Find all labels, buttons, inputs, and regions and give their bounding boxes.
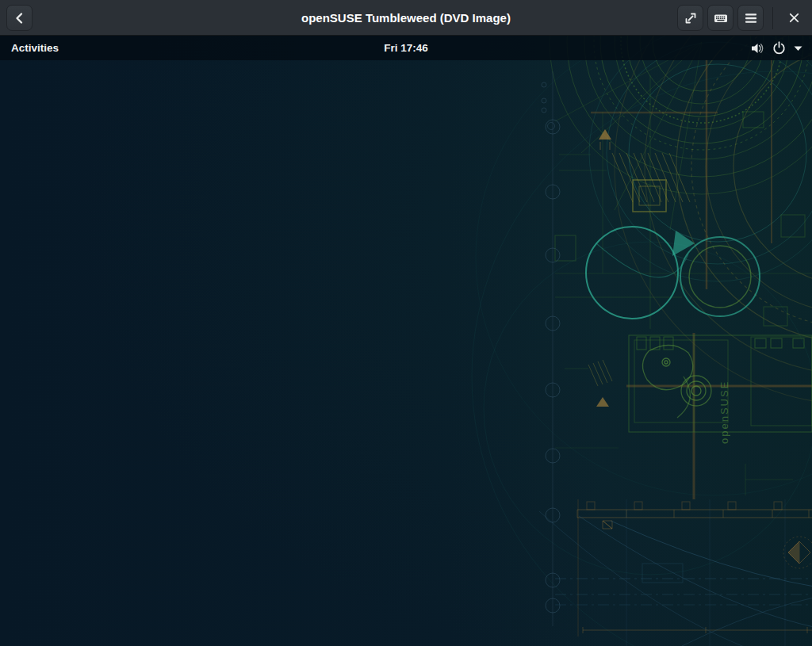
close-icon <box>788 12 800 24</box>
wallpaper-opensuse-text: openSUSE <box>718 380 730 444</box>
power-icon <box>772 41 786 55</box>
titlebar-controls <box>677 5 806 31</box>
activities-button[interactable]: Activities <box>0 36 70 60</box>
chevron-down-icon <box>794 45 802 52</box>
vm-desktop[interactable]: openSUSE <box>0 36 812 646</box>
system-status-area[interactable] <box>747 36 806 60</box>
volume-icon <box>750 42 764 55</box>
hamburger-menu-icon <box>745 13 757 24</box>
clock-container: Fri 17:46 <box>0 36 812 60</box>
clock-button[interactable]: Fri 17:46 <box>384 42 428 54</box>
activities-label: Activities <box>11 42 59 54</box>
chevron-left-icon <box>13 11 27 25</box>
titlebar: openSUSE Tumbleweed (DVD Image) <box>0 0 812 36</box>
wallpaper-art: openSUSE <box>0 36 812 646</box>
keyboard-icon <box>713 10 729 26</box>
menu-button[interactable] <box>737 5 764 31</box>
titlebar-separator <box>772 7 773 29</box>
close-button[interactable] <box>782 6 806 30</box>
back-button[interactable] <box>6 5 33 31</box>
fullscreen-button[interactable] <box>677 5 703 31</box>
fullscreen-icon <box>684 11 698 25</box>
vm-viewer-window: openSUSE Tumbleweed (DVD Image) <box>0 0 812 646</box>
keyboard-button[interactable] <box>707 5 733 31</box>
gnome-top-bar: Activities Fri 17:46 <box>0 36 812 60</box>
